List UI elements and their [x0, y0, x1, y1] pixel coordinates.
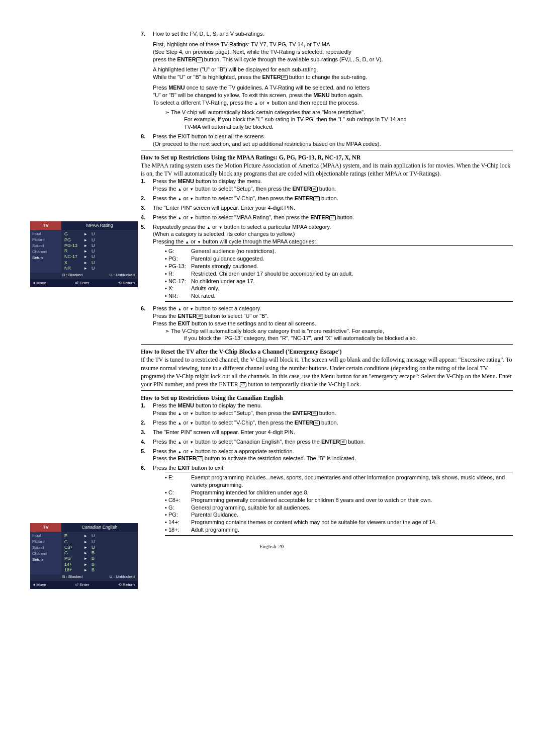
osd-mpaa-rating: TV MPAA Rating Input Picture Sound Chann…: [30, 221, 138, 287]
enter-icon: ⏎: [313, 196, 320, 201]
enter-icon: ⏎: [311, 411, 318, 416]
enter-icon: ⏎: [196, 57, 203, 62]
ceng-defs-table: • E:Exempt programming includes...news, …: [165, 472, 513, 536]
enter-icon: ⏎: [197, 314, 203, 319]
osd-move: ♦ Move: [33, 281, 46, 286]
mpaa-heading: How to Set up Restrictions Using the MPA…: [141, 153, 513, 161]
down-icon: [266, 100, 270, 106]
osd-enter: ⏎ Enter: [75, 281, 89, 286]
enter-icon: ⏎: [311, 187, 318, 192]
enter-icon: ⏎: [240, 382, 246, 387]
note-bullet: The V-Chip will automatically block any …: [165, 327, 513, 335]
down-icon: [219, 224, 223, 230]
enter-icon: ⏎: [329, 215, 336, 220]
canadian-english-section: How to Set up Restrictions Using the Can…: [141, 394, 513, 536]
osd-title: Canadian English: [61, 523, 138, 532]
osd-canadian-english: TV Canadian English Input Picture Sound …: [30, 523, 138, 570]
step-7: 7. How to set the FV, D, L, S, and V sub…: [141, 30, 513, 148]
ceng-heading: How to Set up Restrictions Using the Can…: [141, 394, 513, 402]
mpaa-defs-table: • G:General audience (no restrictions).•…: [165, 245, 513, 302]
osd-return: ⟲ Return: [118, 281, 135, 286]
reset-heading: How to Reset the TV after the V-Chip Blo…: [141, 348, 513, 356]
up-icon: [185, 238, 189, 244]
mpaa-section: How to Set up Restrictions Using the MPA…: [141, 150, 513, 342]
enter-icon: ⏎: [281, 75, 288, 80]
up-icon: [207, 224, 211, 230]
reset-section: How to Reset the TV after the V-Chip Blo…: [141, 344, 513, 391]
enter-icon: ⏎: [340, 440, 346, 445]
osd-ratings-list: G▸UPG▸UPG-13▸UR▸UNC-17▸UX▸UNR▸U: [61, 230, 138, 273]
step7-title: How to set the FV, D, L, S, and V sub-ra…: [153, 30, 513, 38]
osd-side-menu: Input Picture Sound Channel Setup: [30, 532, 61, 570]
osd-tv-label: TV: [30, 221, 61, 230]
note-bullet: The V-chip will automatically block cert…: [165, 109, 513, 116]
osd-tv-label: TV: [30, 523, 61, 532]
enter-icon: ⏎: [313, 421, 320, 426]
enter-icon: ⏎: [197, 456, 203, 461]
osd-title: MPAA Rating: [61, 221, 138, 230]
down-icon: [197, 238, 201, 244]
osd-ratings-list: E▸UC▸UC8+▸UG▸BPG▸B14+▸B18+▸B: [61, 532, 138, 570]
osd-side-menu: Input Picture Sound Channel Setup: [30, 230, 61, 273]
